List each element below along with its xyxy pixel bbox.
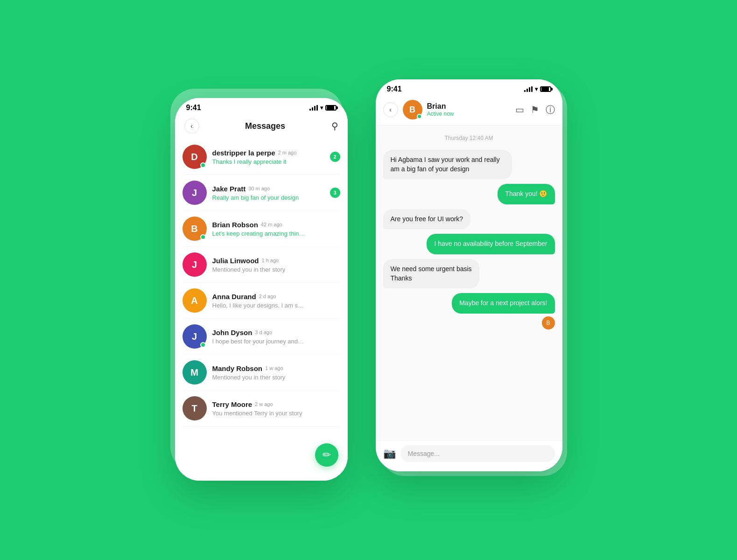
signal-bar-3	[314, 106, 316, 111]
list-item[interactable]: J John Dyson 3 d ago I hope best for you…	[182, 319, 340, 355]
back-button-2[interactable]: ‹	[383, 102, 398, 117]
list-item[interactable]: A Anna Durand 2 d ago Hello, I like your…	[182, 283, 340, 319]
list-item[interactable]: B Brian Robson 42 m ago Let's keep creat…	[182, 211, 340, 247]
avatar-wrap: J	[182, 324, 207, 349]
wifi-icon-1: ▾	[320, 105, 323, 111]
camera-icon[interactable]: 📷	[383, 448, 396, 460]
conv-name-row: Anna Durand 2 d ago	[212, 293, 340, 301]
scene: 9:41 ▾	[0, 0, 737, 560]
conv-name: Mandy Robson	[212, 364, 263, 372]
avatar: J	[182, 252, 207, 277]
message-input[interactable]: Message...	[400, 445, 555, 462]
conv-time: 2 d ago	[259, 294, 276, 299]
conv-name: Anna Durand	[212, 293, 256, 301]
online-indicator	[200, 162, 206, 168]
conv-name-row: John Dyson 3 d ago	[212, 329, 340, 336]
avatar-wrap: A	[182, 288, 207, 313]
message-bubble: Hi Agbama I saw your work and really am …	[383, 150, 512, 179]
conv-content: Mandy Robson 1 w ago Mentioned you in th…	[212, 364, 340, 381]
conv-preview: Let's keep creating amazing things 🙂	[212, 230, 306, 237]
messages-header: ‹ Messages ⚲	[175, 115, 348, 139]
conv-content: destripper la perpe 2 m ago Thanks I rea…	[212, 149, 330, 165]
signal-bars-2	[524, 86, 533, 92]
online-indicator	[200, 342, 206, 348]
conv-preview: Mentioned you in ther story	[212, 266, 306, 273]
phone2: 9:41 ▾	[376, 79, 562, 471]
conv-content: Anna Durand 2 d ago Hello, I like your d…	[212, 293, 340, 309]
avatar-wrap: M	[182, 360, 207, 385]
avatar: J	[182, 181, 207, 205]
unread-badge: 2	[330, 152, 340, 162]
message-bubble: We need some urgent basisThanks	[383, 259, 479, 288]
message-bubble: Maybe for a next project alors!	[452, 293, 555, 314]
list-item[interactable]: T Terry Moore 2 w ago You mentioned Terr…	[182, 391, 340, 427]
status-bar-2: 9:41 ▾	[376, 79, 562, 96]
conv-preview: Hello, I like your designs. I am searchi…	[212, 302, 306, 309]
conv-name: Jake Pratt	[212, 185, 246, 193]
chat-actions: ▭ ⚑ ⓘ	[515, 104, 555, 116]
battery-fill-2	[541, 87, 549, 91]
conv-name: Brian Robson	[212, 221, 258, 229]
signal-bar-4	[531, 86, 533, 92]
battery-icon-1	[325, 105, 337, 111]
signal-bar-2	[526, 89, 528, 92]
chat-user-name: Brian	[427, 102, 515, 111]
chat-input-bar: 📷 Message...	[376, 440, 562, 471]
battery-fill-1	[327, 106, 334, 110]
chat-status: Active now	[427, 111, 515, 117]
conv-name-row: Julia Linwood 1 h ago	[212, 257, 340, 265]
conv-name: John Dyson	[212, 329, 253, 336]
video-call-button[interactable]: ▭	[515, 104, 524, 115]
back-button-1[interactable]: ‹	[184, 119, 199, 133]
message-bubble: I have no availability before September	[427, 234, 555, 254]
conv-content: Jake Pratt 30 m ago Really am big fan of…	[212, 185, 330, 201]
list-item[interactable]: J Julia Linwood 1 h ago Mentioned you in…	[182, 247, 340, 283]
info-button[interactable]: ⓘ	[546, 104, 555, 116]
chat-online-dot	[417, 114, 422, 119]
messages-title: Messages	[245, 121, 285, 131]
conv-content: John Dyson 3 d ago I hope best for your …	[212, 329, 340, 345]
signal-bar-1	[524, 90, 526, 92]
conv-preview: Mentioned you in ther story	[212, 374, 306, 381]
conv-name-row: destripper la perpe 2 m ago	[212, 149, 330, 157]
signal-bar-2	[312, 107, 313, 111]
conv-preview: I hope best for your journey and hope to…	[212, 338, 306, 345]
conv-preview: Really am big fan of your design	[212, 194, 306, 201]
conv-name: Terry Moore	[212, 400, 253, 408]
phone1: 9:41 ▾	[175, 98, 348, 481]
online-indicator	[200, 234, 206, 240]
list-item[interactable]: M Mandy Robson 1 w ago Mentioned you in …	[182, 355, 340, 391]
conv-name-row: Brian Robson 42 m ago	[212, 221, 340, 229]
chat-header: ‹ B Brian Active now ▭ ⚑ ⓘ	[376, 96, 562, 126]
signal-bars-1	[309, 105, 318, 111]
sender-avatar: B	[542, 316, 555, 329]
status-bar-1: 9:41 ▾	[175, 98, 348, 115]
conv-name-row: Terry Moore 2 w ago	[212, 400, 340, 408]
conv-preview: Thanks I really appreciate it	[212, 158, 306, 165]
status-icons-2: ▾	[524, 86, 551, 92]
signal-bar-3	[529, 87, 530, 92]
flag-button[interactable]: ⚑	[531, 104, 539, 115]
status-time-1: 9:41	[186, 104, 201, 112]
conv-time: 42 m ago	[261, 222, 282, 227]
conv-name-row: Mandy Robson 1 w ago	[212, 364, 340, 372]
avatar: T	[182, 396, 207, 420]
unread-badge: 3	[330, 188, 340, 198]
message-bubble: Thank you! 🙂	[498, 184, 555, 204]
avatar-wrap: J	[182, 252, 207, 277]
compose-fab[interactable]: ✏	[315, 443, 338, 467]
conv-time: 2 w ago	[255, 401, 273, 407]
search-button[interactable]: ⚲	[331, 120, 338, 132]
avatar-wrap: D	[182, 145, 207, 169]
outgoing-msg-group: Maybe for a next project alors! B	[383, 293, 555, 329]
status-icons-1: ▾	[309, 105, 337, 111]
list-item[interactable]: D destripper la perpe 2 m ago Thanks I r…	[182, 139, 340, 175]
signal-bar-4	[316, 105, 318, 111]
conv-name: Julia Linwood	[212, 257, 259, 265]
conv-time: 1 h ago	[262, 258, 279, 263]
date-divider: Thursday 12:40 AM	[383, 135, 555, 141]
avatar-wrap: B	[182, 217, 207, 241]
list-item[interactable]: J Jake Pratt 30 m ago Really am big fan …	[182, 175, 340, 211]
signal-bar-1	[309, 109, 311, 111]
chat-avatar-wrap: B	[403, 100, 422, 119]
